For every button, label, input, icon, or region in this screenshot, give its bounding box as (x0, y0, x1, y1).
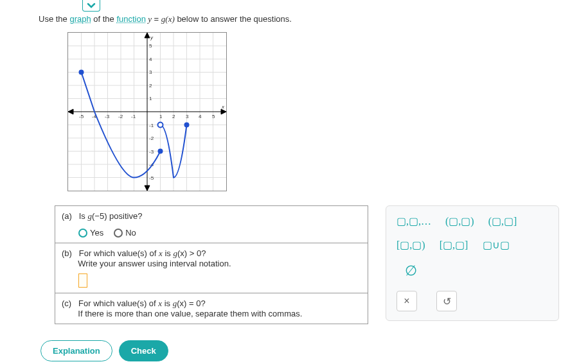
palette-reset-button[interactable]: ↺ (436, 291, 457, 311)
question-b: (b) For which value(s) of x is g(x) > 0?… (55, 243, 368, 293)
question-c: (c) For which value(s) of x is g(x) = 0?… (55, 293, 368, 324)
radio-yes-label: Yes (90, 228, 103, 238)
prompt-text: Use the (39, 14, 69, 24)
svg-marker-24 (145, 33, 150, 38)
palette-btn-closed-closed[interactable]: [▢,▢] (440, 239, 468, 251)
palette-btn-open-open[interactable]: (▢,▢) (445, 215, 474, 227)
graph-area: -5-4-3-2-1 12345 54321 -1-2-3-4-5 x y (67, 32, 227, 191)
question-prompt: Use the graph of the function y = g(x) b… (39, 14, 292, 24)
svg-text:-5: -5 (149, 175, 154, 181)
radio-yes[interactable]: Yes (78, 228, 103, 238)
svg-marker-22 (221, 109, 226, 114)
svg-text:1: 1 (159, 114, 163, 119)
radio-no[interactable]: No (114, 228, 136, 238)
svg-marker-25 (145, 186, 150, 191)
svg-text:3: 3 (149, 69, 152, 75)
palette-close-button[interactable]: × (396, 291, 417, 311)
svg-text:x: x (221, 104, 225, 110)
svg-text:5: 5 (149, 43, 152, 49)
svg-text:3: 3 (186, 114, 189, 119)
palette-btn-open-closed[interactable]: (▢,▢] (488, 215, 517, 227)
svg-point-51 (184, 123, 190, 128)
answer-input-b[interactable] (78, 273, 87, 288)
svg-text:y: y (150, 35, 154, 40)
radio-icon (78, 229, 87, 238)
q-a-label: (a) (62, 211, 72, 221)
reset-icon: ↺ (443, 295, 451, 308)
palette-btn-list[interactable]: ▢,▢,… (396, 215, 431, 227)
q-c-label: (c) (62, 299, 71, 308)
svg-text:-1: -1 (149, 123, 154, 128)
term-graph[interactable]: graph (69, 14, 91, 24)
q-b-label: (b) (62, 248, 72, 258)
svg-point-49 (158, 149, 163, 154)
svg-text:4: 4 (199, 114, 202, 119)
svg-text:-3: -3 (149, 149, 154, 155)
chevron-down-icon (87, 3, 96, 9)
radio-icon (114, 229, 123, 238)
palette-btn-union[interactable]: ▢∪▢ (482, 239, 510, 251)
question-a: (a) Is g(−5) positive? Yes No (55, 206, 368, 243)
action-buttons: Explanation Check (40, 340, 168, 361)
palette-btn-closed-open[interactable]: [▢,▢) (396, 239, 425, 251)
close-icon: × (404, 295, 409, 307)
svg-text:2: 2 (149, 83, 152, 89)
palette-btn-empty-set[interactable]: ∅ (396, 263, 425, 279)
svg-text:-2: -2 (149, 135, 154, 141)
expand-toggle[interactable] (82, 0, 100, 12)
svg-text:-2: -2 (118, 114, 123, 119)
svg-text:4: 4 (149, 56, 152, 62)
questions-container: (a) Is g(−5) positive? Yes No (b) For wh… (55, 205, 368, 324)
svg-text:-1: -1 (131, 114, 136, 119)
radio-no-label: No (125, 228, 136, 238)
svg-text:5: 5 (212, 114, 215, 119)
explanation-button[interactable]: Explanation (40, 340, 112, 361)
svg-text:1: 1 (149, 96, 152, 101)
svg-text:-5: -5 (79, 114, 84, 119)
svg-text:2: 2 (172, 114, 175, 119)
svg-text:-3: -3 (105, 114, 110, 119)
svg-marker-23 (68, 109, 73, 114)
symbol-palette: ▢,▢,… (▢,▢) (▢,▢] [▢,▢) [▢,▢] ▢∪▢ ∅ × ↺ (386, 205, 559, 321)
check-button[interactable]: Check (119, 340, 168, 361)
svg-point-50 (158, 123, 163, 128)
term-function[interactable]: function (116, 14, 146, 24)
svg-point-48 (79, 70, 84, 75)
